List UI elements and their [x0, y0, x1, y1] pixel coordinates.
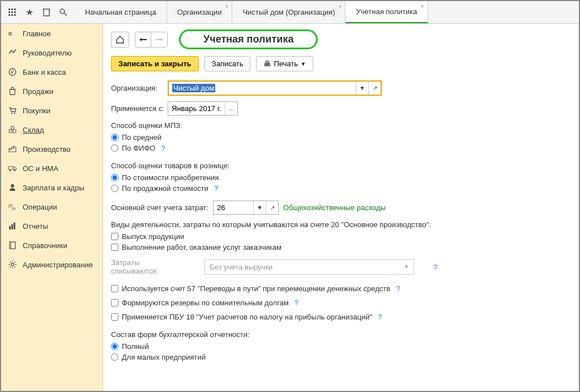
report-small-radio[interactable]	[111, 353, 118, 361]
truck-icon	[8, 164, 17, 173]
date-input[interactable]	[168, 102, 225, 115]
retail-cost-radio[interactable]	[111, 174, 118, 181]
print-button[interactable]: 🖶Печать▼	[256, 56, 313, 71]
page-title: Учетная политика	[179, 29, 318, 49]
svg-rect-5	[14, 11, 16, 13]
svg-point-15	[14, 113, 15, 114]
close-icon[interactable]: ×	[225, 3, 229, 10]
date-picker-button[interactable]: …	[225, 102, 237, 115]
tab-home[interactable]: Начальная страница	[75, 1, 167, 23]
dropdown-button[interactable]: ▼	[356, 82, 368, 95]
svg-rect-25	[9, 226, 11, 229]
close-icon[interactable]: ×	[339, 3, 342, 10]
chk-account57[interactable]	[111, 285, 118, 292]
org-input[interactable]: Чистый дом	[169, 82, 356, 95]
sidebar-item-payroll[interactable]: Зарплата и кадры	[1, 178, 103, 197]
main-acct-label: Основной счет учета затрат:	[111, 203, 208, 212]
home-button[interactable]	[111, 32, 129, 48]
operations-icon: ДтКт	[8, 202, 17, 211]
retail-label: Способ оценки товаров в рознице:	[111, 161, 571, 170]
sidebar-item-bank[interactable]: ₽Банк и касса	[1, 62, 103, 82]
report-full-radio[interactable]	[111, 343, 118, 350]
chk-production-label: Выпуск продукции	[122, 232, 184, 241]
svg-rect-0	[8, 8, 10, 10]
factory-icon	[8, 144, 17, 154]
sidebar-item-label: Производство	[23, 145, 71, 154]
sidebar: ≡Главное Руководителю ₽Банк и касса Прод…	[1, 24, 103, 391]
date-label: Применяется с:	[111, 104, 168, 113]
svg-rect-16	[9, 130, 12, 133]
apps-icon[interactable]	[5, 5, 20, 20]
writeoff-value: Без учета выручки	[210, 263, 272, 271]
chk-pbu18[interactable]	[111, 313, 118, 321]
sidebar-item-catalogs[interactable]: Справочники	[1, 236, 103, 255]
org-label: Организация:	[111, 84, 168, 92]
help-icon[interactable]: ?	[378, 313, 382, 321]
printer-icon: 🖶	[263, 59, 271, 68]
svg-point-30	[11, 263, 14, 266]
save-close-button[interactable]: Записать и закрыть	[111, 56, 199, 71]
mpz-avg-label: По средней	[122, 133, 161, 142]
reportforms-label: Состав форм бухгалтерской отчетности:	[111, 330, 571, 339]
sidebar-item-main[interactable]: ≡Главное	[1, 24, 103, 43]
sidebar-item-label: Покупки	[23, 106, 50, 115]
back-button[interactable]: 🠔	[135, 32, 151, 47]
menu-icon: ≡	[8, 29, 17, 38]
svg-rect-3	[8, 11, 10, 13]
sidebar-item-manager[interactable]: Руководителю	[1, 43, 103, 62]
svg-rect-27	[14, 223, 15, 229]
sidebar-item-admin[interactable]: Администрирование	[1, 255, 103, 274]
help-icon[interactable]: ?	[295, 299, 298, 307]
close-icon[interactable]: ×	[421, 3, 424, 10]
svg-line-11	[64, 13, 67, 16]
sidebar-item-sales[interactable]: Продажи	[1, 82, 103, 101]
open-button[interactable]: ↗	[368, 82, 381, 95]
help-icon[interactable]: ?	[214, 184, 218, 193]
search-icon[interactable]	[56, 5, 71, 20]
save-button[interactable]: Записать	[204, 56, 251, 71]
top-bar: ★ Начальная страница Организации× Чистый…	[1, 1, 579, 24]
sidebar-item-label: Склад	[23, 126, 44, 134]
sidebar-item-assets[interactable]: ОС и НМА	[1, 159, 103, 178]
sidebar-item-warehouse[interactable]: Склад	[1, 120, 103, 139]
sidebar-item-label: Продажи	[23, 87, 53, 96]
chk-production[interactable]	[111, 233, 118, 240]
help-icon[interactable]: ?	[396, 284, 400, 293]
tab-bar: Начальная страница Организации× Чистый д…	[75, 1, 428, 23]
svg-point-10	[60, 9, 65, 14]
help-icon[interactable]: ?	[433, 263, 437, 271]
print-label: Печать	[274, 59, 298, 68]
tab-label: Организации	[177, 8, 222, 16]
sidebar-item-reports[interactable]: Отчеты	[1, 216, 103, 236]
sidebar-item-label: Руководителю	[23, 49, 72, 57]
person-icon	[8, 183, 17, 192]
chk-services[interactable]	[111, 244, 118, 251]
sidebar-item-label: Зарплата и кадры	[23, 184, 84, 192]
report-full-label: Полный	[122, 342, 149, 351]
org-value: Чистый дом	[172, 84, 215, 92]
sidebar-item-production[interactable]: Производство	[1, 139, 103, 159]
help-icon[interactable]: ?	[161, 144, 165, 152]
mpz-fifo-radio[interactable]	[111, 144, 118, 152]
open-button[interactable]: ↗	[266, 201, 278, 214]
forward-button[interactable]: 🠖	[151, 32, 167, 47]
chk-reserves[interactable]	[111, 299, 118, 306]
sidebar-item-purchases[interactable]: Покупки	[1, 101, 103, 120]
tab-accounting-policy[interactable]: Учетная политика×	[346, 1, 428, 23]
barchart-icon	[8, 221, 17, 231]
tab-label: Учетная политика	[356, 7, 417, 16]
sidebar-item-operations[interactable]: ДтКтОперации	[1, 197, 103, 216]
svg-rect-26	[11, 224, 13, 229]
history-icon[interactable]	[39, 5, 54, 20]
retail-sale-radio[interactable]	[111, 185, 118, 192]
acct-input[interactable]	[214, 201, 253, 214]
chart-icon	[8, 48, 17, 57]
star-icon[interactable]: ★	[22, 5, 37, 20]
date-input-group: …	[168, 101, 238, 116]
mpz-avg-radio[interactable]	[111, 134, 118, 141]
tab-org-clean-house[interactable]: Чистый дом (Организация)×	[232, 1, 346, 23]
dropdown-button[interactable]: ▼	[253, 201, 266, 214]
svg-rect-8	[14, 14, 16, 16]
tab-label: Чистый дом (Организация)	[242, 8, 335, 16]
tab-organizations[interactable]: Организации×	[167, 1, 233, 23]
